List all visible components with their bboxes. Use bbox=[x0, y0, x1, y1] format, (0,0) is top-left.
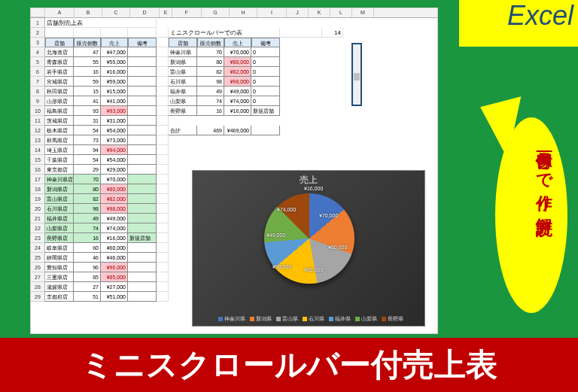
spreadsheet-area[interactable]: A B C D E F G H I J K L M 1店舗別売上表2ミニスクロー… bbox=[30, 8, 438, 334]
cell[interactable]: 青森県店 bbox=[45, 57, 74, 67]
cell[interactable] bbox=[157, 116, 169, 126]
cell[interactable]: 49 bbox=[197, 87, 224, 96]
col-hdr[interactable]: H bbox=[230, 8, 257, 17]
cell[interactable]: 47 bbox=[74, 47, 101, 57]
left-title[interactable]: 店舗別売上表 bbox=[45, 18, 157, 28]
cell[interactable] bbox=[128, 223, 157, 233]
cell[interactable]: 74 bbox=[74, 223, 101, 233]
cell[interactable]: ¥82,000 bbox=[101, 194, 128, 204]
cell[interactable] bbox=[128, 175, 157, 184]
cell[interactable] bbox=[157, 77, 169, 87]
col-hdr[interactable]: B bbox=[75, 8, 102, 17]
cell[interactable]: ¥27,000 bbox=[101, 282, 128, 292]
cell[interactable] bbox=[128, 47, 157, 57]
cell[interactable]: 85 bbox=[74, 272, 101, 282]
cell[interactable]: 東京都店 bbox=[45, 165, 74, 175]
cell[interactable] bbox=[157, 194, 169, 204]
cell[interactable]: 神奈川県 bbox=[169, 47, 197, 57]
col-hdr[interactable]: E bbox=[160, 8, 172, 17]
total-label[interactable]: 合計 bbox=[169, 126, 197, 135]
cell[interactable]: 長野県 bbox=[169, 106, 197, 116]
cell[interactable]: 93 bbox=[74, 106, 101, 116]
cell[interactable]: ¥93,000 bbox=[101, 106, 128, 116]
cell[interactable]: ¥94,000 bbox=[101, 145, 128, 155]
cell[interactable] bbox=[157, 155, 169, 165]
cell[interactable]: 0 bbox=[251, 77, 280, 87]
cell[interactable]: 98 bbox=[74, 204, 101, 214]
cell[interactable]: 82 bbox=[197, 67, 224, 77]
cell[interactable] bbox=[128, 282, 157, 292]
cell[interactable]: ¥15,000 bbox=[101, 87, 128, 96]
cell[interactable]: 16 bbox=[197, 106, 224, 116]
cell[interactable] bbox=[128, 135, 157, 145]
cell[interactable] bbox=[157, 263, 169, 272]
cell[interactable]: 70 bbox=[197, 47, 224, 57]
cell[interactable]: 富山県 bbox=[169, 67, 197, 77]
cell[interactable]: ¥55,000 bbox=[101, 57, 128, 67]
cell[interactable]: 備考 bbox=[128, 38, 157, 47]
cell[interactable]: ¥80,000 bbox=[224, 57, 251, 67]
row-hdr[interactable]: 12 bbox=[31, 126, 45, 135]
cell[interactable]: ¥74,000 bbox=[224, 96, 251, 106]
cell[interactable] bbox=[128, 204, 157, 214]
cell[interactable]: 埼玉県店 bbox=[45, 145, 74, 155]
row-hdr[interactable]: 28 bbox=[31, 282, 45, 292]
cell[interactable]: ¥54,000 bbox=[101, 126, 128, 135]
row-hdr[interactable]: 22 bbox=[31, 223, 45, 233]
cell[interactable]: 80 bbox=[74, 184, 101, 194]
cell[interactable] bbox=[128, 106, 157, 116]
cell[interactable]: 石川県店 bbox=[45, 204, 74, 214]
cell[interactable]: ¥80,000 bbox=[101, 184, 128, 194]
cell[interactable]: ¥49,000 bbox=[224, 87, 251, 96]
row-hdr[interactable]: 11 bbox=[31, 116, 45, 126]
row-hdr[interactable]: 15 bbox=[31, 155, 45, 165]
cell[interactable] bbox=[157, 145, 169, 155]
cell[interactable] bbox=[157, 282, 169, 292]
cell[interactable]: 98 bbox=[197, 77, 224, 87]
row-hdr[interactable]: 26 bbox=[31, 263, 45, 272]
cell[interactable]: 売上 bbox=[224, 38, 251, 47]
cell[interactable]: 0 bbox=[251, 47, 280, 57]
cell[interactable] bbox=[157, 204, 169, 214]
cell[interactable] bbox=[157, 87, 169, 96]
cell[interactable]: 富山県店 bbox=[45, 194, 74, 204]
row-hdr[interactable]: 1 bbox=[31, 18, 45, 28]
cell[interactable] bbox=[157, 96, 169, 106]
cell[interactable] bbox=[157, 272, 169, 282]
row-hdr[interactable]: 17 bbox=[31, 175, 45, 184]
row-hdr[interactable]: 23 bbox=[31, 233, 45, 243]
row-hdr[interactable]: 5 bbox=[31, 57, 45, 67]
cell[interactable] bbox=[157, 214, 169, 223]
cell[interactable]: 三重県店 bbox=[45, 272, 74, 282]
cell[interactable]: 0 bbox=[251, 96, 280, 106]
cell[interactable]: 0 bbox=[251, 67, 280, 77]
cell[interactable] bbox=[157, 184, 169, 194]
col-hdr[interactable]: F bbox=[172, 8, 202, 17]
row-hdr[interactable]: 27 bbox=[31, 272, 45, 282]
cell[interactable] bbox=[128, 214, 157, 223]
cell[interactable] bbox=[128, 184, 157, 194]
cell[interactable]: 49 bbox=[74, 214, 101, 223]
cell[interactable] bbox=[74, 28, 101, 38]
cell[interactable] bbox=[157, 165, 169, 175]
cell[interactable] bbox=[128, 155, 157, 165]
total-amt[interactable]: ¥469,000 bbox=[224, 126, 251, 135]
cell[interactable] bbox=[128, 253, 157, 263]
cell[interactable]: 長野県店 bbox=[45, 233, 74, 243]
cell[interactable]: 岐阜県店 bbox=[45, 243, 74, 253]
cell[interactable]: 0 bbox=[251, 57, 280, 67]
cell[interactable]: ¥41,000 bbox=[101, 96, 128, 106]
cell[interactable] bbox=[128, 96, 157, 106]
row-hdr[interactable]: 6 bbox=[31, 67, 45, 77]
mini-scrollbar[interactable] bbox=[351, 43, 362, 106]
cell[interactable]: 15 bbox=[74, 87, 101, 96]
cell[interactable]: 群馬県店 bbox=[45, 135, 74, 145]
cell[interactable] bbox=[157, 292, 169, 302]
cell[interactable]: 備考 bbox=[251, 38, 280, 47]
cell[interactable]: 神奈川県店 bbox=[45, 175, 74, 184]
cell[interactable] bbox=[128, 67, 157, 77]
cell[interactable]: 京都府店 bbox=[45, 292, 74, 302]
row-hdr[interactable]: 29 bbox=[31, 292, 45, 302]
cell[interactable]: 山梨県店 bbox=[45, 223, 74, 233]
cell[interactable]: ¥74,000 bbox=[101, 223, 128, 233]
